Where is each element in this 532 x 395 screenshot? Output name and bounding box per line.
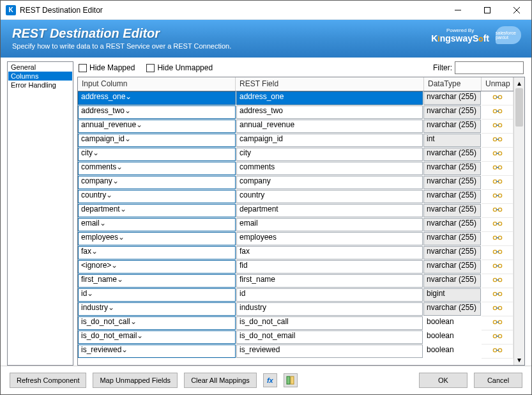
scroll-thumb[interactable] xyxy=(515,88,523,127)
input-column-dropdown[interactable]: email⌄ xyxy=(78,218,236,231)
table-row[interactable]: email⌄emailnvarchar (255) xyxy=(78,218,513,232)
sidebar-item-error-handling[interactable]: Error Handling xyxy=(8,81,72,89)
unmap-button[interactable] xyxy=(482,148,513,162)
input-column-dropdown[interactable]: city⌄ xyxy=(78,148,236,161)
rest-field-cell[interactable]: is_do_not_call xyxy=(236,316,423,330)
input-column-dropdown[interactable]: address_two⌄ xyxy=(78,105,236,119)
input-column-dropdown[interactable]: first_name⌄ xyxy=(78,274,236,288)
unmap-button[interactable] xyxy=(482,105,513,120)
unmap-button[interactable] xyxy=(482,204,513,218)
table-row[interactable]: is_reviewed⌄is_reviewedboolean xyxy=(78,345,513,359)
rest-field-cell[interactable]: fid xyxy=(236,260,423,274)
rest-field-cell[interactable]: department xyxy=(236,204,423,217)
hide-mapped-checkbox[interactable]: Hide Mapped xyxy=(79,63,135,72)
input-column-dropdown[interactable]: country⌄ xyxy=(78,190,236,203)
rest-field-cell[interactable]: country xyxy=(236,190,423,203)
column-header-rest[interactable]: REST Field xyxy=(236,77,424,91)
rest-field-cell[interactable]: industry xyxy=(236,302,423,316)
rest-field-cell[interactable]: email xyxy=(236,218,423,231)
rest-field-cell[interactable]: comments xyxy=(236,162,423,175)
table-row[interactable]: employees⌄employeesnvarchar (255) xyxy=(78,232,513,246)
table-row[interactable]: campaign_id⌄campaign_idint xyxy=(78,134,513,148)
input-column-dropdown[interactable]: employees⌄ xyxy=(78,232,236,245)
input-column-dropdown[interactable]: comments⌄ xyxy=(78,162,236,175)
column-header-input[interactable]: Input Column xyxy=(78,77,236,91)
unmap-button[interactable] xyxy=(482,330,513,345)
table-row[interactable]: department⌄departmentnvarchar (255) xyxy=(78,204,513,218)
input-column-dropdown[interactable]: annual_revenue⌄ xyxy=(78,120,236,133)
rest-field-cell[interactable]: company xyxy=(236,176,423,189)
input-column-dropdown[interactable]: is_do_not_call⌄ xyxy=(78,316,236,330)
rest-field-cell[interactable]: annual_revenue xyxy=(236,120,423,133)
filter-input[interactable] xyxy=(455,61,524,74)
table-row[interactable]: city⌄citynvarchar (255) xyxy=(78,148,513,162)
sidebar-item-general[interactable]: General xyxy=(8,63,72,72)
input-column-dropdown[interactable]: id⌄ xyxy=(78,288,236,302)
unmap-button[interactable] xyxy=(482,246,513,260)
scroll-up-button[interactable]: ▴ xyxy=(514,77,524,88)
expression-button[interactable]: fx xyxy=(263,373,277,387)
unmap-button[interactable] xyxy=(482,190,513,204)
rest-field-cell[interactable]: id xyxy=(236,288,423,302)
scroll-down-button[interactable]: ▾ xyxy=(514,354,524,365)
rest-field-cell[interactable]: address_two xyxy=(236,105,423,119)
unmap-button[interactable] xyxy=(482,260,513,274)
ok-button[interactable]: OK xyxy=(419,373,467,388)
close-button[interactable] xyxy=(502,1,531,20)
table-row[interactable]: <ignore>⌄fidnvarchar (255) xyxy=(78,260,513,274)
table-row[interactable]: is_do_not_call⌄is_do_not_callboolean xyxy=(78,316,513,330)
table-row[interactable]: is_do_not_email⌄is_do_not_emailboolean xyxy=(78,330,513,345)
input-column-dropdown[interactable]: company⌄ xyxy=(78,176,236,189)
table-row[interactable]: first_name⌄first_namenvarchar (255) xyxy=(78,274,513,288)
input-column-dropdown[interactable]: fax⌄ xyxy=(78,246,236,259)
column-header-datatype[interactable]: DataType xyxy=(424,77,482,91)
unmap-button[interactable] xyxy=(482,176,513,190)
hide-unmapped-checkbox[interactable]: Hide Unmapped xyxy=(146,63,213,72)
rest-field-cell[interactable]: address_one xyxy=(236,91,423,105)
unmap-button[interactable] xyxy=(482,91,513,105)
rest-field-cell[interactable]: fax xyxy=(236,246,423,259)
input-column-dropdown[interactable]: is_do_not_email⌄ xyxy=(78,330,236,344)
table-row[interactable]: fax⌄faxnvarchar (255) xyxy=(78,246,513,260)
sidebar-item-columns[interactable]: Columns xyxy=(8,72,72,81)
maximize-button[interactable] xyxy=(473,1,502,20)
input-column-dropdown[interactable]: industry⌄ xyxy=(78,302,236,316)
rest-field-cell[interactable]: is_reviewed xyxy=(236,345,423,358)
input-column-dropdown[interactable]: address_one⌄ xyxy=(78,91,236,105)
unmap-button[interactable] xyxy=(482,134,513,148)
cancel-button[interactable]: Cancel xyxy=(474,373,522,388)
table-row[interactable]: id⌄idbigint xyxy=(78,288,513,302)
map-unmapped-button[interactable]: Map Unmapped Fields xyxy=(93,373,178,388)
unmap-button[interactable] xyxy=(482,302,513,316)
rest-field-cell[interactable]: city xyxy=(236,148,423,161)
table-row[interactable]: address_two⌄address_twonvarchar (255) xyxy=(78,105,513,120)
rest-field-cell[interactable]: campaign_id xyxy=(236,134,423,147)
table-row[interactable]: comments⌄commentsnvarchar (255) xyxy=(78,162,513,176)
table-row[interactable]: company⌄companynvarchar (255) xyxy=(78,176,513,190)
table-row[interactable]: country⌄countrynvarchar (255) xyxy=(78,190,513,204)
unmap-button[interactable] xyxy=(482,232,513,246)
input-column-dropdown[interactable]: <ignore>⌄ xyxy=(78,260,236,274)
rest-field-cell[interactable]: is_do_not_email xyxy=(236,330,423,344)
unmap-button[interactable] xyxy=(482,288,513,302)
refresh-component-button[interactable]: Refresh Component xyxy=(10,373,86,388)
rest-field-cell[interactable]: first_name xyxy=(236,274,423,288)
column-options-button[interactable] xyxy=(284,373,298,387)
unmap-button[interactable] xyxy=(482,162,513,176)
input-column-dropdown[interactable]: campaign_id⌄ xyxy=(78,134,236,147)
input-column-dropdown[interactable]: is_reviewed⌄ xyxy=(78,345,236,358)
clear-all-mappings-button[interactable]: Clear All Mappings xyxy=(184,373,257,388)
minimize-button[interactable] xyxy=(443,1,473,20)
rest-field-cell[interactable]: employees xyxy=(236,232,423,245)
unmap-button[interactable] xyxy=(482,274,513,288)
unmap-button[interactable] xyxy=(482,120,513,134)
input-column-dropdown[interactable]: department⌄ xyxy=(78,204,236,217)
unmap-button[interactable] xyxy=(482,316,513,330)
table-row[interactable]: address_one⌄address_onenvarchar (255) xyxy=(78,91,513,105)
unmap-button[interactable] xyxy=(482,345,513,359)
column-header-unmap[interactable]: Unmap xyxy=(482,77,513,91)
unmap-button[interactable] xyxy=(482,218,513,232)
table-row[interactable]: industry⌄industrynvarchar (255) xyxy=(78,302,513,316)
vertical-scrollbar[interactable]: ▴ ▾ xyxy=(513,77,524,365)
table-row[interactable]: annual_revenue⌄annual_revenuenvarchar (2… xyxy=(78,120,513,134)
